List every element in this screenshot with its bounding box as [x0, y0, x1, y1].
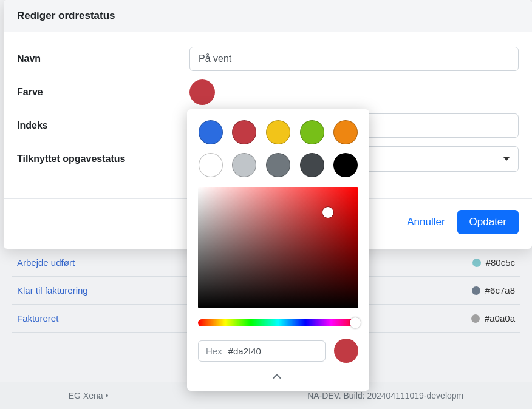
swatch-orange[interactable] — [333, 120, 358, 144]
cancel-button[interactable]: Annuller — [407, 216, 445, 228]
color-picker-popover: Hex — [187, 109, 369, 391]
modal-title: Rediger ordrestatus — [17, 10, 519, 22]
color-dot — [472, 259, 481, 267]
hue-thumb[interactable] — [350, 317, 361, 328]
swatch-white[interactable] — [199, 153, 223, 177]
hex-input[interactable] — [228, 346, 318, 356]
swatch-green[interactable] — [300, 120, 324, 144]
swatch-gray[interactable] — [266, 153, 290, 177]
hex-row: Hex — [198, 339, 358, 363]
submit-button[interactable]: Opdater — [457, 210, 519, 234]
hue-slider[interactable] — [198, 319, 358, 326]
swatch-grid — [198, 120, 358, 177]
status-color-cell: #a0a0a — [471, 313, 515, 323]
color-trigger[interactable] — [189, 79, 215, 105]
hex-input-wrap: Hex — [198, 340, 326, 362]
swatch-blue[interactable] — [199, 120, 223, 144]
swatch-dark-gray[interactable] — [300, 153, 324, 177]
hex-label: Hex — [206, 346, 222, 356]
hex-text: #a0a0a — [485, 313, 515, 323]
label-index: Indeks — [17, 120, 189, 131]
swatch-red[interactable] — [232, 120, 256, 144]
status-color-cell: #80c5c — [472, 257, 515, 268]
name-input[interactable] — [189, 47, 519, 71]
status-link[interactable]: Klar til fakturering — [17, 285, 88, 296]
footer-brand: EG Xena • — [69, 391, 109, 401]
label-name: Navn — [17, 53, 189, 64]
swatch-light-gray[interactable] — [232, 153, 256, 177]
color-dot — [472, 286, 480, 295]
saturation-thumb[interactable] — [322, 207, 333, 218]
chevron-up-icon — [273, 374, 281, 382]
form-row-color: Farve — [17, 79, 519, 105]
label-color: Farve — [17, 87, 189, 98]
hex-preview-swatch — [334, 339, 358, 363]
hex-text: #6c7a8 — [485, 285, 515, 296]
status-link[interactable]: Faktureret — [17, 313, 58, 323]
status-link[interactable]: Arbejde udført — [17, 257, 75, 268]
status-color-cell: #6c7a8 — [472, 285, 515, 296]
saturation-panel[interactable] — [198, 187, 358, 308]
color-dot — [471, 314, 480, 323]
collapse-toggle[interactable] — [198, 369, 358, 385]
footer-build: NA-DEV. Build: 202404111019-developm — [307, 391, 463, 401]
label-linked-task-status: Tilknyttet opgavestatus — [17, 154, 189, 164]
form-row-name: Navn — [17, 47, 519, 71]
hex-text: #80c5c — [486, 257, 515, 268]
chevron-down-icon — [503, 157, 510, 161]
swatch-black[interactable] — [333, 153, 358, 177]
swatch-yellow[interactable] — [266, 120, 290, 144]
modal-header: Rediger ordrestatus — [4, 0, 532, 32]
